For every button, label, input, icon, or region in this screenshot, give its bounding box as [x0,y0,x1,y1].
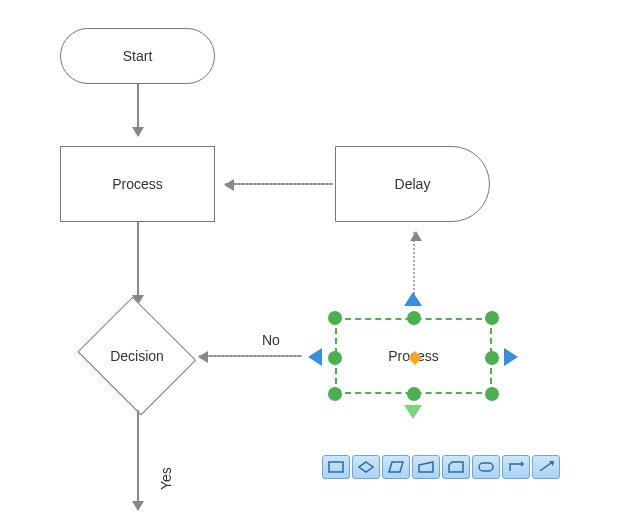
resize-handle-e[interactable] [485,351,499,365]
svg-marker-2 [389,462,403,472]
resize-handle-s[interactable] [407,387,421,401]
process-node-1[interactable]: Process [60,146,215,222]
yes-label: Yes [158,467,174,490]
svg-rect-0 [329,462,343,472]
resize-handle-ne[interactable] [485,311,499,325]
svg-rect-5 [479,463,493,471]
toolbar-l-connector[interactable] [502,455,530,479]
svg-marker-1 [359,462,373,472]
connect-right-icon[interactable] [504,348,518,366]
resize-handle-w[interactable] [328,351,342,365]
connect-up-icon[interactable] [404,292,422,306]
edge-decision-process2 [199,355,302,357]
process1-label: Process [112,176,163,192]
resize-handle-se[interactable] [485,387,499,401]
connect-down-icon[interactable] [404,405,422,419]
decision-label: Decision [110,348,164,364]
start-node[interactable]: Start [60,28,215,84]
edge-delay-process [225,183,333,185]
resize-handle-sw[interactable] [328,387,342,401]
decision-node[interactable]: Decision [74,302,200,410]
process-node-2-selected[interactable]: Process [335,318,492,394]
svg-marker-4 [449,462,463,472]
edge-process-decision [137,222,139,304]
toolbar-card-shape[interactable] [442,455,470,479]
toolbar-process-shape[interactable] [322,455,350,479]
shape-toolbar [322,455,560,479]
edge-decision-yes [137,410,139,510]
no-label: No [262,332,280,348]
resize-handle-n[interactable] [407,311,421,325]
toolbar-decision-shape[interactable] [352,455,380,479]
toolbar-terminator-shape[interactable] [472,455,500,479]
toolbar-straight-connector[interactable] [532,455,560,479]
connect-left-icon[interactable] [308,348,322,366]
flowchart-canvas[interactable]: Start Process Delay Decision No Yes Proc… [0,0,620,525]
toolbar-manual-input-shape[interactable] [412,455,440,479]
delay-node[interactable]: Delay [335,146,490,222]
resize-handle-nw[interactable] [328,311,342,325]
toolbar-data-shape[interactable] [382,455,410,479]
edge-start-process [137,84,139,136]
delay-label: Delay [395,176,431,192]
start-label: Start [123,48,153,64]
svg-marker-6 [521,461,524,467]
svg-marker-3 [419,462,433,472]
